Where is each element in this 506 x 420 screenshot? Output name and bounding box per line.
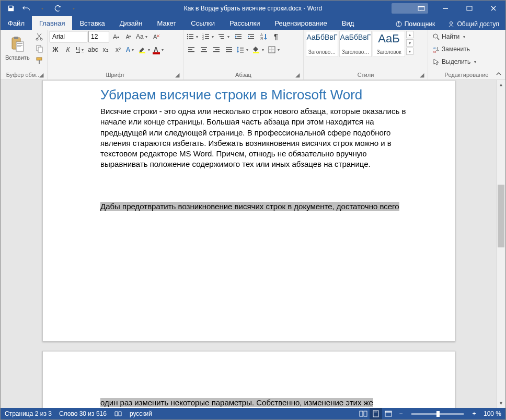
doc-para-selected1[interactable]: Дабы предотвратить возникновение висячих… [100, 201, 408, 212]
cursor-icon [432, 58, 440, 65]
svg-rect-47 [188, 49, 192, 50]
zoom-level[interactable]: 100 % [484, 410, 501, 417]
shrink-font-button[interactable]: A▾ [123, 31, 134, 42]
doc-para-intro[interactable]: Висячие строки - это одна или несколько … [100, 106, 408, 170]
proofing-button[interactable] [114, 410, 122, 417]
strike-button[interactable]: abc [87, 44, 99, 55]
underline-button[interactable]: Ч▾ [75, 44, 86, 55]
font-size-combo[interactable] [88, 31, 109, 42]
replace-button[interactable]: abac Заменить [430, 43, 472, 55]
tab-layout[interactable]: Макет [150, 16, 183, 30]
svg-rect-2 [443, 8, 448, 9]
replace-icon: abac [432, 46, 440, 53]
paragraph-launcher[interactable]: ◢ [294, 72, 301, 79]
cut-button[interactable] [33, 31, 45, 42]
tab-review[interactable]: Рецензирование [267, 16, 334, 30]
clipboard-launcher[interactable]: ◢ [38, 72, 45, 79]
multilevel-list-button[interactable]: ▾ [217, 31, 232, 42]
find-button[interactable]: Найти▾ [430, 31, 469, 42]
tab-mailings[interactable]: Рассылки [222, 16, 267, 30]
collapse-ribbon-button[interactable] [495, 70, 503, 78]
svg-rect-48 [188, 51, 194, 52]
share-button[interactable]: Общий доступ [441, 18, 505, 30]
tab-design[interactable]: Дизайн [112, 16, 150, 30]
sort-button[interactable]: AЯ [258, 31, 269, 42]
scroll-thumb[interactable] [498, 185, 504, 247]
align-right-button[interactable] [211, 44, 222, 55]
read-mode-button[interactable] [357, 408, 370, 419]
grow-font-button[interactable]: A▴ [110, 31, 122, 42]
clear-formatting-button[interactable]: A [151, 31, 162, 42]
style-heading2[interactable]: АаБбВвГЗаголово… [339, 31, 372, 57]
zoom-out-button[interactable]: − [395, 408, 407, 419]
zoom-slider[interactable] [411, 413, 464, 415]
tab-references[interactable]: Ссылки [183, 16, 222, 30]
maximize-button[interactable] [457, 1, 481, 16]
undo-dropdown[interactable]: ▾ [35, 2, 50, 15]
save-button[interactable] [4, 2, 18, 15]
decrease-indent-button[interactable] [233, 31, 244, 42]
svg-rect-56 [226, 49, 232, 50]
show-marks-button[interactable]: ¶ [270, 31, 282, 42]
copy-button[interactable] [33, 43, 45, 54]
vertical-scrollbar[interactable]: ▲ ▼ [496, 80, 505, 408]
tab-view[interactable]: Вид [335, 16, 362, 30]
scroll-down-arrow[interactable]: ▼ [497, 399, 505, 408]
word-count[interactable]: Слово 30 из 516 [59, 410, 107, 417]
svg-point-66 [433, 34, 438, 38]
svg-rect-59 [240, 48, 244, 49]
zoom-in-button[interactable]: + [468, 408, 480, 419]
status-bar: Страница 2 из 3 Слово 30 из 516 русский … [1, 408, 505, 419]
web-layout-button[interactable] [382, 408, 395, 419]
italic-button[interactable]: К [62, 44, 74, 55]
font-launcher[interactable]: ◢ [174, 72, 181, 79]
close-button[interactable] [481, 1, 505, 16]
svg-rect-41 [248, 34, 254, 35]
page-viewport[interactable]: Убираем висячие строки в Microsoft Word … [1, 80, 496, 408]
borders-button[interactable]: ▾ [267, 44, 282, 55]
increase-indent-button[interactable] [245, 31, 257, 42]
styles-launcher[interactable]: ◢ [418, 72, 426, 79]
styles-scroll-down[interactable]: ▾ [406, 39, 413, 47]
tab-home[interactable]: Главная [32, 16, 72, 30]
print-layout-button[interactable] [370, 408, 382, 419]
styles-expand[interactable]: ▾ [406, 48, 413, 55]
highlight-button[interactable]: ▾ [137, 44, 152, 55]
language-indicator[interactable]: русский [130, 410, 152, 417]
doc-heading1[interactable]: Убираем висячие строки в Microsoft Word [100, 87, 408, 103]
align-center-button[interactable] [198, 44, 210, 55]
subscript-button[interactable]: x₂ [100, 44, 111, 55]
font-name-combo[interactable] [50, 31, 87, 42]
bullets-button[interactable]: ▾ [186, 31, 200, 42]
justify-button[interactable] [223, 44, 235, 55]
page-indicator[interactable]: Страница 2 из 3 [5, 410, 52, 417]
superscript-button[interactable]: x² [112, 44, 124, 55]
undo-button[interactable] [19, 2, 34, 15]
select-button[interactable]: Выделить▾ [430, 56, 480, 67]
styles-scroll-up[interactable]: ▴ [406, 31, 413, 38]
align-left-button[interactable] [186, 44, 197, 55]
style-heading1[interactable]: АаБбВвГЗаголово… [306, 31, 338, 57]
shading-button[interactable]: ▾ [251, 44, 266, 55]
qat-customize[interactable]: ▾ [66, 2, 81, 15]
text-effects-button[interactable]: A▾ [125, 44, 136, 55]
font-color-button[interactable]: A▾ [153, 44, 166, 55]
zoom-slider-knob[interactable] [436, 411, 440, 417]
redo-button[interactable] [51, 2, 65, 15]
change-case-button[interactable]: Aa▾ [135, 31, 150, 42]
line-spacing-button[interactable]: ▾ [236, 44, 250, 55]
format-painter-button[interactable] [33, 55, 45, 66]
bold-button[interactable]: Ж [50, 44, 61, 55]
tell-me-button[interactable]: Помощник [389, 18, 442, 30]
svg-rect-49 [201, 47, 207, 48]
ribbon-options-button[interactable] [409, 1, 433, 16]
svg-rect-28 [189, 38, 193, 39]
minimize-button[interactable] [433, 1, 457, 16]
tab-file[interactable]: Файл [1, 16, 32, 30]
doc-para-selected2[interactable]: один раз изменить некоторые параметры. С… [100, 398, 408, 408]
style-title[interactable]: АаБЗаголовок [373, 31, 405, 57]
scroll-up-arrow[interactable]: ▲ [497, 80, 505, 89]
paste-button[interactable]: Вставить [3, 31, 32, 65]
numbering-button[interactable]: 123▾ [201, 31, 216, 42]
tab-insert[interactable]: Вставка [72, 16, 112, 30]
